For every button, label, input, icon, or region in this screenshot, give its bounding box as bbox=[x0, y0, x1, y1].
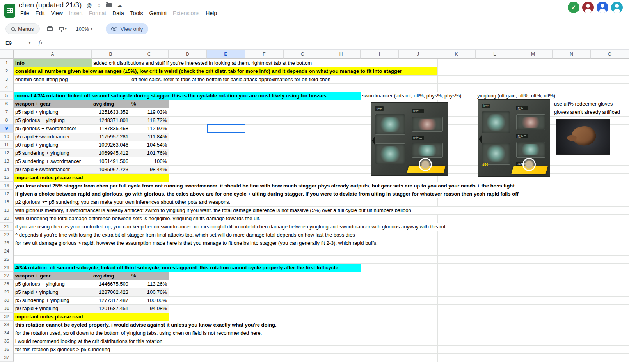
cell-C7[interactable]: 119.03% bbox=[130, 108, 169, 116]
cell-L5[interactable]: yinglung (ult gain, ult%, ult%, ult%) bbox=[476, 92, 591, 100]
cell-B30[interactable]: 1277317.487 bbox=[92, 296, 130, 304]
cell-B28[interactable]: 1446675.509 bbox=[92, 280, 130, 288]
yinglung-gear-image[interactable]: 护甲配件 一配件 二战术物资150 bbox=[478, 99, 550, 177]
cell-A20[interactable]: with sundering the total damage differen… bbox=[14, 214, 284, 223]
row-header-7[interactable]: 7 bbox=[0, 108, 14, 116]
cell-A5[interactable]: normal 4/3/4 rotation. linked ult second… bbox=[14, 92, 361, 100]
cell-A12[interactable]: p5 sundering + yinglung bbox=[14, 149, 92, 157]
sheets-logo[interactable] bbox=[4, 4, 15, 18]
row-header-27[interactable]: 27 bbox=[0, 272, 14, 280]
row-header-29[interactable]: 29 bbox=[0, 288, 14, 296]
cell-A18[interactable]: p2 glorious >= p5 sundering; you can mak… bbox=[14, 198, 245, 206]
avatar-3[interactable] bbox=[597, 2, 608, 13]
cell-A32[interactable]: important notes please read bbox=[14, 313, 169, 321]
row-header-25[interactable]: 25 bbox=[0, 255, 14, 263]
cell-C28[interactable]: 113.26% bbox=[130, 280, 169, 288]
cell-C27[interactable]: % bbox=[130, 272, 169, 280]
row-header-8[interactable]: 8 bbox=[0, 116, 14, 124]
row-header-37[interactable]: 37 bbox=[0, 353, 14, 362]
menu-help[interactable]: Help bbox=[203, 9, 220, 17]
redeemer-gloves-image[interactable] bbox=[556, 119, 610, 155]
cell-A3[interactable]: endmin chen lifeng pog bbox=[14, 75, 92, 83]
row-header-35[interactable]: 35 bbox=[0, 337, 14, 345]
cell-A23[interactable]: for raw ult damage glorious > rapid. how… bbox=[14, 239, 399, 247]
cell-A31[interactable]: p0 rapid + yinglung bbox=[14, 304, 92, 313]
cell-A26[interactable]: 4/3/4 rotation. ult second subcycle, lin… bbox=[14, 263, 361, 272]
move-folder-icon[interactable] bbox=[106, 3, 112, 7]
cell-C10[interactable]: 111.84% bbox=[130, 133, 169, 141]
cell-C13[interactable]: 100% bbox=[130, 157, 169, 165]
paint-format-button[interactable]: ▾ bbox=[59, 27, 67, 31]
mention-icon[interactable]: @ bbox=[86, 2, 92, 9]
select-all-corner[interactable] bbox=[0, 50, 14, 59]
cell-N6[interactable]: use ult% redeemer gloves bbox=[553, 100, 629, 108]
cell-C3[interactable]: off field calcs. refer to tabs at the bo… bbox=[130, 75, 361, 83]
cell-A19[interactable]: with glorious memory, if swordmancer is … bbox=[14, 206, 476, 214]
col-header-L[interactable]: L bbox=[476, 50, 514, 59]
row-header-15[interactable]: 15 bbox=[0, 173, 14, 182]
cloud-status-icon[interactable]: ☁ bbox=[117, 2, 122, 9]
row-header-33[interactable]: 33 bbox=[0, 321, 14, 329]
menu-file[interactable]: File bbox=[17, 9, 32, 17]
cell-A34[interactable]: for the rotation used, scroll down to th… bbox=[14, 329, 284, 337]
row-header-21[interactable]: 21 bbox=[0, 223, 14, 231]
cell-C14[interactable]: 98.44% bbox=[130, 165, 169, 173]
row-header-19[interactable]: 19 bbox=[0, 206, 14, 214]
row-header-24[interactable]: 24 bbox=[0, 247, 14, 255]
menu-extensions[interactable]: Extensions bbox=[170, 9, 203, 17]
menu-gemini[interactable]: Gemini bbox=[146, 9, 169, 17]
view-only-badge[interactable]: View only bbox=[106, 23, 149, 34]
cell-A6[interactable]: weapon + gear bbox=[14, 100, 92, 108]
row-header-17[interactable]: 17 bbox=[0, 190, 14, 198]
row-header-34[interactable]: 34 bbox=[0, 329, 14, 337]
cell-C9[interactable]: 112.97% bbox=[130, 124, 169, 133]
cell-I5[interactable]: swordmancer (arts int, ult%, phys%, phys… bbox=[361, 92, 476, 100]
col-header-H[interactable]: H bbox=[322, 50, 361, 59]
row-header-4[interactable]: 4 bbox=[0, 83, 14, 92]
row-header-20[interactable]: 20 bbox=[0, 214, 14, 223]
row-header-22[interactable]: 22 bbox=[0, 231, 14, 239]
menu-view[interactable]: View bbox=[48, 9, 66, 17]
name-box[interactable]: E9 ▾ bbox=[0, 40, 30, 46]
cell-A28[interactable]: p5 glorious + yinglung bbox=[14, 280, 92, 288]
cell-B1[interactable]: added crit distributions and stuff if yo… bbox=[92, 59, 322, 67]
spreadsheet-grid[interactable]: ABCDEFGHIJKLMNO1234567891011121314151617… bbox=[0, 50, 629, 364]
row-header-12[interactable]: 12 bbox=[0, 149, 14, 157]
row-header-18[interactable]: 18 bbox=[0, 198, 14, 206]
cell-C12[interactable]: 101.76% bbox=[130, 149, 169, 157]
row-header-10[interactable]: 10 bbox=[0, 133, 14, 141]
cell-C8[interactable]: 118.72% bbox=[130, 116, 169, 124]
cell-A21[interactable]: if you are using chen as your controlled… bbox=[14, 223, 476, 231]
row-header-31[interactable]: 31 bbox=[0, 304, 14, 313]
swordmancer-gear-image[interactable]: 护甲配件 一配件 二 bbox=[371, 102, 448, 176]
col-header-O[interactable]: O bbox=[591, 50, 629, 59]
row-header-1[interactable]: 1 bbox=[0, 59, 14, 67]
cell-A1[interactable]: info bbox=[14, 59, 92, 67]
cell-A9[interactable]: p5 glorious + swordmancer bbox=[14, 124, 92, 133]
cell-A29[interactable]: p5 rapid + yinglung bbox=[14, 288, 92, 296]
cell-A35[interactable]: i would recommend looking at the crit di… bbox=[14, 337, 207, 345]
row-header-32[interactable]: 32 bbox=[0, 313, 14, 321]
cell-B27[interactable]: avg dmg bbox=[92, 272, 130, 280]
row-header-36[interactable]: 36 bbox=[0, 345, 14, 353]
cell-A11[interactable]: p0 rapid + yinglung bbox=[14, 141, 92, 149]
col-header-C[interactable]: C bbox=[130, 50, 169, 59]
cell-B29[interactable]: 1287002.423 bbox=[92, 288, 130, 296]
row-header-28[interactable]: 28 bbox=[0, 280, 14, 288]
col-header-N[interactable]: N bbox=[553, 50, 591, 59]
col-header-D[interactable]: D bbox=[169, 50, 207, 59]
menus-button[interactable]: Menus bbox=[5, 23, 40, 34]
cell-A8[interactable]: p5 glorious + yinglung bbox=[14, 116, 92, 124]
col-header-E[interactable]: E bbox=[207, 50, 245, 59]
col-header-F[interactable]: F bbox=[245, 50, 284, 59]
cell-A13[interactable]: p5 sundering + swordmancer bbox=[14, 157, 92, 165]
avatar-1[interactable]: ✓ bbox=[568, 2, 579, 13]
cell-C6[interactable]: % bbox=[130, 100, 169, 108]
cell-A33[interactable]: this rotation cannot be cycled properly.… bbox=[14, 321, 284, 329]
cell-A16[interactable]: you lose about 25% stagger from chen per… bbox=[14, 182, 553, 190]
row-header-2[interactable]: 2 bbox=[0, 67, 14, 75]
menu-tools[interactable]: Tools bbox=[127, 9, 146, 17]
cell-A27[interactable]: weapon + gear bbox=[14, 272, 92, 280]
document-title[interactable]: chen (updated 21/3) bbox=[19, 1, 82, 9]
avatar-2[interactable] bbox=[582, 2, 594, 13]
